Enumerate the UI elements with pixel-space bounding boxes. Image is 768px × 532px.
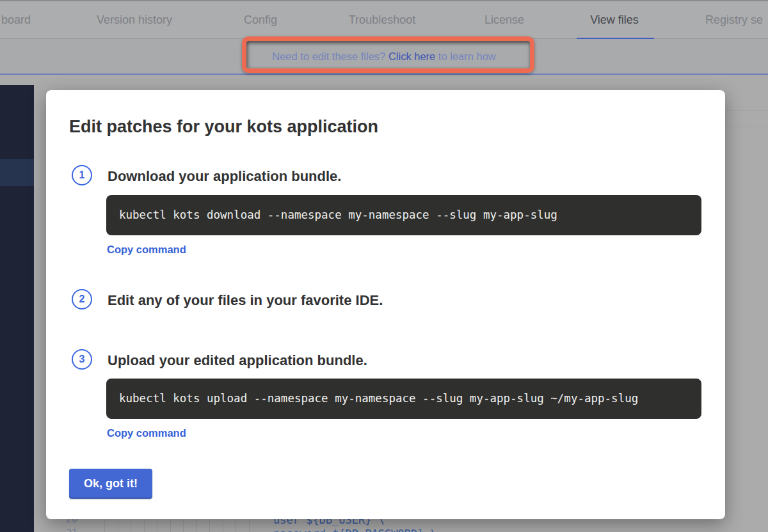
ok-got-it-button[interactable]: Ok, got it! <box>69 469 152 499</box>
tab-troubleshoot[interactable]: Troubleshoot <box>349 1 415 39</box>
tab-version-history[interactable]: Version history <box>97 1 172 39</box>
line-number: 21 <box>66 528 77 532</box>
click-here-link[interactable]: Click here <box>388 51 435 62</box>
edit-patches-modal: Edit patches for your kots application 1… <box>46 90 725 519</box>
editor-code-line-partial: password ${DB_PASSWORD} \ <box>273 528 437 532</box>
banner-text-after: to learn how <box>435 51 495 62</box>
modal-title: Edit patches for your kots application <box>69 117 378 137</box>
tab-dashboard-partial[interactable]: board <box>1 1 31 39</box>
edit-files-banner: Need to edit these files? Click here to … <box>0 39 768 75</box>
kots-admin-screen: board Version history Config Troubleshoo… <box>0 0 768 532</box>
step-1-number-badge: 1 <box>72 165 92 185</box>
banner-text-before: Need to edit these files? <box>272 51 388 62</box>
tab-view-files[interactable]: View files <box>590 1 639 39</box>
file-tree-selected-row <box>0 159 34 186</box>
file-viewer-divider <box>725 110 768 111</box>
tab-config[interactable]: Config <box>244 1 277 39</box>
step-3-number-badge: 3 <box>72 349 92 370</box>
step-1-heading: Download your application bundle. <box>108 166 341 187</box>
step-3-heading: Upload your edited application bundle. <box>108 350 367 371</box>
step-2-heading: Edit any of your files in your favorite … <box>108 290 383 311</box>
file-tree-sidebar <box>0 85 34 532</box>
tab-license[interactable]: License <box>484 1 524 39</box>
copy-download-command-link[interactable]: Copy command <box>107 244 186 256</box>
tab-registry-settings-partial[interactable]: Registry se <box>705 1 763 39</box>
download-command-block: kubectl kots download --namespace my-nam… <box>106 195 701 235</box>
upload-command-block: kubectl kots upload --namespace my-names… <box>106 379 701 419</box>
step-2-number-badge: 2 <box>72 289 92 309</box>
copy-upload-command-link[interactable]: Copy command <box>107 427 186 439</box>
top-nav: board Version history Config Troubleshoo… <box>0 0 768 39</box>
file-viewer-divider <box>725 127 768 127</box>
